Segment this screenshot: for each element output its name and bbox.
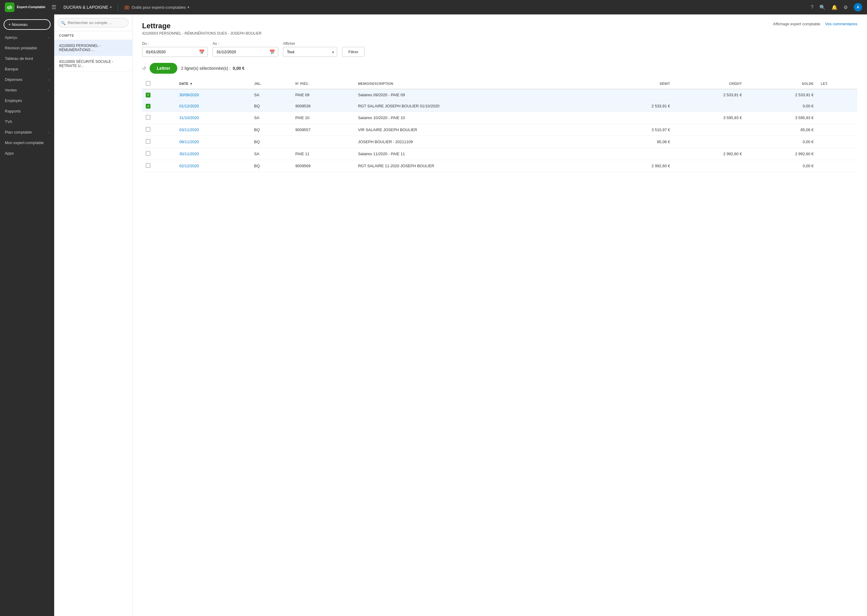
calendar-au-icon[interactable]: 📅 bbox=[270, 49, 275, 55]
row-date-r4: 03/11/2020 bbox=[176, 124, 251, 136]
lettrage-actions: Affichage expert comptable Vos commentai… bbox=[773, 22, 858, 26]
table-row: 30/11/2020SAPAIE 11Salaires 11/2020 - PA… bbox=[142, 148, 858, 160]
row-checkbox-r1[interactable] bbox=[146, 93, 151, 97]
filter-au-input[interactable] bbox=[213, 47, 278, 57]
row-debit-r5: 85,06 € bbox=[602, 136, 673, 148]
sidebar-item-révision-préalable[interactable]: Révision préalable bbox=[0, 43, 54, 53]
th-date[interactable]: DATE▼ bbox=[176, 79, 251, 89]
row-checkbox-r7[interactable] bbox=[146, 163, 151, 168]
affichage-link[interactable]: Affichage expert comptable bbox=[773, 22, 820, 26]
row-date-r3: 31/10/2020 bbox=[176, 112, 251, 124]
table-row: 31/10/2020SAPAIE 10Salaires 10/2020 - PA… bbox=[142, 112, 858, 124]
row-checkbox-r4[interactable] bbox=[146, 127, 151, 132]
date-link-r7[interactable]: 02/12/2020 bbox=[180, 163, 199, 168]
gear-icon[interactable]: ⚙ bbox=[843, 5, 848, 10]
page-title: Lettrage bbox=[142, 22, 262, 30]
date-link-r4[interactable]: 03/11/2020 bbox=[180, 127, 199, 132]
company-chevron-icon: ▾ bbox=[110, 5, 112, 9]
new-button[interactable]: + Nouveau bbox=[4, 19, 50, 30]
row-solde-r4: 85,06 € bbox=[746, 124, 817, 136]
hamburger-icon[interactable]: ☰ bbox=[52, 4, 56, 11]
row-credit-r6: 2 992,60 € bbox=[674, 148, 746, 160]
company-selector[interactable]: DUCRAN & LAPOIGNE ▾ bbox=[63, 5, 112, 9]
date-link-r2[interactable]: 01/12/2020 bbox=[180, 104, 199, 108]
sidebar-item-employés[interactable]: Employés bbox=[0, 95, 54, 106]
row-let-r3 bbox=[817, 112, 858, 124]
refresh-icon[interactable]: ↺ bbox=[142, 66, 146, 71]
date-link-r5[interactable]: 09/11/2020 bbox=[180, 140, 199, 144]
filter-afficher-select[interactable]: ToutNon lettréesLettrées bbox=[283, 47, 337, 57]
row-solde-r3: 3 595,93 € bbox=[746, 112, 817, 124]
commentaires-link[interactable]: Vos commentaires bbox=[825, 22, 858, 26]
row-checkbox-r5[interactable] bbox=[146, 139, 151, 144]
row-piece-r4: 9009557 bbox=[292, 124, 354, 136]
sidebar-item-tva[interactable]: TVA bbox=[0, 116, 54, 127]
row-checkbox-r2[interactable] bbox=[146, 104, 151, 108]
filter-du-input[interactable] bbox=[142, 47, 208, 57]
row-memo-r4: VIR SALAIRE JOSEPH BOULIER bbox=[354, 124, 602, 136]
date-link-r3[interactable]: 31/10/2020 bbox=[180, 115, 199, 120]
account-search-input[interactable] bbox=[58, 18, 129, 27]
bell-icon[interactable]: 🔔 bbox=[831, 5, 837, 10]
row-checkbox-r3[interactable] bbox=[146, 115, 151, 120]
row-jnl-r7: BQ bbox=[251, 160, 292, 172]
row-checkbox-cell-r1 bbox=[142, 89, 176, 101]
row-let-r7 bbox=[817, 160, 858, 172]
sidebar-item-banque[interactable]: Banque› bbox=[0, 64, 54, 74]
sidebar-item-ventes[interactable]: Ventes› bbox=[0, 85, 54, 95]
row-let-r6 bbox=[817, 148, 858, 160]
row-checkbox-cell-r4 bbox=[142, 124, 176, 136]
date-link-r6[interactable]: 30/11/2020 bbox=[180, 152, 199, 156]
row-jnl-r3: SA bbox=[251, 112, 292, 124]
logo-text: Expert-Comptable bbox=[17, 5, 46, 9]
row-memo-r7: RGT SALAIRE 11-2020 JOSEPH BOULIER bbox=[354, 160, 602, 172]
topnav: qb Expert-Comptable ☰ DUCRAN & LAPOIGNE … bbox=[0, 0, 867, 14]
filter-au-wrapper: 📅 bbox=[213, 47, 278, 57]
row-date-r5: 09/11/2020 bbox=[176, 136, 251, 148]
row-memo-r3: Salaires 10/2020 - PAIE 10 bbox=[354, 112, 602, 124]
row-solde-r2: 0,00 € bbox=[746, 101, 817, 112]
sidebar-item-mon-expert-comptable[interactable]: Mon expert-comptable bbox=[0, 137, 54, 148]
account-list-item-acc2[interactable]: 43110000 SÉCURITÉ SOCIALE - RETRAITE U..… bbox=[54, 56, 132, 72]
row-credit-r5 bbox=[674, 136, 746, 148]
search-icon[interactable]: 🔍 bbox=[820, 5, 826, 10]
sidebar-item-dépenses[interactable]: Dépenses› bbox=[0, 74, 54, 85]
row-memo-r1: Salaires 09/2020 - PAIE 09 bbox=[354, 89, 602, 101]
sidebar-item-apps[interactable]: Apps bbox=[0, 148, 54, 159]
filter-row: Du : 📅 Au : 📅 Afficher ToutNon lettréesL… bbox=[142, 41, 858, 57]
briefcase-icon: 💼 bbox=[124, 5, 130, 10]
tools-menu[interactable]: 💼 Outils pour experts-comptables ▾ bbox=[124, 5, 189, 10]
sidebar-item-aperçu[interactable]: Aperçu› bbox=[0, 32, 54, 43]
filter-afficher-label: Afficher bbox=[283, 41, 337, 46]
row-piece-r6: PAIE 11 bbox=[292, 148, 354, 160]
row-solde-r6: 2 992,60 € bbox=[746, 148, 817, 160]
date-link-r1[interactable]: 30/09/2020 bbox=[180, 93, 199, 97]
row-checkbox-cell-r3 bbox=[142, 112, 176, 124]
filter-afficher-wrapper: ToutNon lettréesLettrées ▾ bbox=[283, 47, 337, 57]
help-icon[interactable]: ? bbox=[811, 5, 813, 10]
row-credit-r7 bbox=[674, 160, 746, 172]
avatar[interactable]: A bbox=[854, 3, 862, 11]
row-date-r1: 30/09/2020 bbox=[176, 89, 251, 101]
main-layout: + Nouveau Aperçu›Révision préalableTable… bbox=[0, 14, 867, 616]
data-table: DATE▼JNL.N° PIÈC.MEMO/DESCRIPTIONDÉBITCR… bbox=[142, 79, 858, 172]
account-list-item-acc1[interactable]: 42100003 PERSONNEL - RÉMUNÉRATIONS ... bbox=[54, 40, 132, 56]
topnav-icons: ? 🔍 🔔 ⚙ A bbox=[811, 3, 862, 11]
account-list-header: COMPTE bbox=[54, 31, 132, 40]
account-search: 🔍 bbox=[54, 14, 132, 31]
sidebar-item-tableau-de-bord[interactable]: Tableau de bord bbox=[0, 53, 54, 64]
lettrer-button[interactable]: Lettrer bbox=[150, 63, 177, 74]
select-all-checkbox[interactable] bbox=[146, 81, 151, 86]
account-list: 42100003 PERSONNEL - RÉMUNÉRATIONS ...43… bbox=[54, 40, 132, 72]
table-row: 01/12/2020BQ9009539RGT SALAIRE JOSEPH BO… bbox=[142, 101, 858, 112]
row-checkbox-r6[interactable] bbox=[146, 151, 151, 156]
sidebar-item-rapports[interactable]: Rapports bbox=[0, 106, 54, 116]
filter-button[interactable]: Filtrer bbox=[342, 47, 364, 57]
search-wrapper: 🔍 bbox=[58, 18, 129, 27]
th-cb bbox=[142, 79, 176, 89]
table-head: DATE▼JNL.N° PIÈC.MEMO/DESCRIPTIONDÉBITCR… bbox=[142, 79, 858, 89]
logo-icon: qb bbox=[5, 2, 14, 12]
sidebar-item-plan-comptable[interactable]: Plan comptable› bbox=[0, 127, 54, 137]
calendar-du-icon[interactable]: 📅 bbox=[199, 49, 205, 55]
filter-du-label: Du : bbox=[142, 41, 208, 46]
